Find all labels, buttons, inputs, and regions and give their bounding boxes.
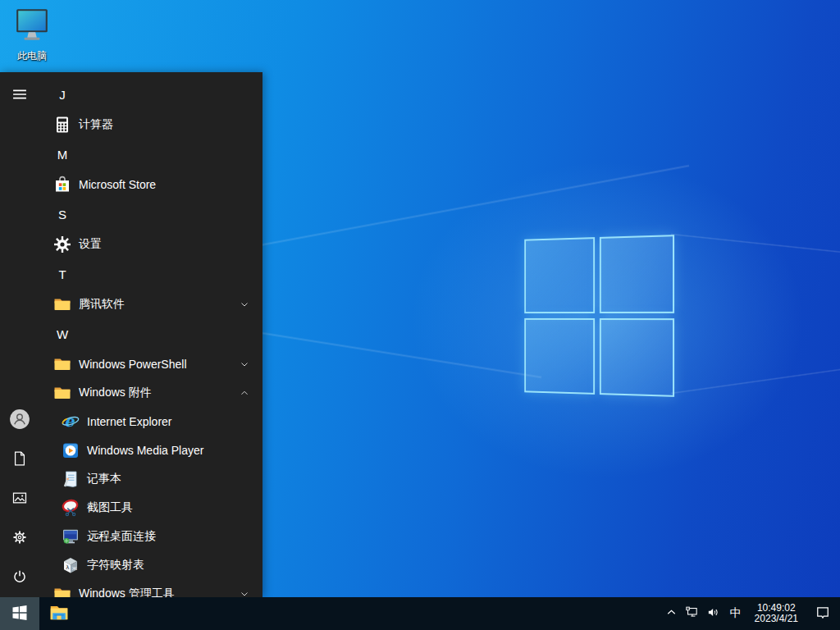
chevron-up-icon xyxy=(664,605,678,622)
start-item-windows-media-player[interactable]: Windows Media Player xyxy=(39,436,262,464)
volume-button[interactable] xyxy=(703,597,724,630)
snipping-icon xyxy=(61,498,80,518)
wmp-icon xyxy=(61,441,80,460)
action-center-icon xyxy=(815,605,831,623)
folder-icon xyxy=(52,584,72,598)
gear-outline-icon xyxy=(11,529,28,548)
folder-icon xyxy=(52,383,72,403)
expand-menu-button[interactable] xyxy=(0,75,39,115)
start-item-label: Windows 管理工具 xyxy=(79,587,175,598)
start-item-label: 设置 xyxy=(79,237,102,252)
section-letter: M xyxy=(52,148,72,162)
desktop-icon-label: 此电脑 xyxy=(17,49,47,63)
section-header-s[interactable]: S xyxy=(39,199,262,230)
calculator-icon xyxy=(52,115,72,135)
start-item-notepad[interactable]: 记事本 xyxy=(39,464,262,493)
action-center-button[interactable] xyxy=(806,597,840,630)
power-button[interactable] xyxy=(0,558,39,597)
chevron-up-icon[interactable] xyxy=(240,388,249,398)
folder-icon xyxy=(52,354,72,374)
user-account-button[interactable] xyxy=(0,400,39,440)
user-icon xyxy=(9,409,30,432)
start-item-label: Microsoft Store xyxy=(79,178,156,191)
clock-date: 2023/4/21 xyxy=(755,614,798,624)
system-tray: 中 10:49:02 2023/4/21 xyxy=(662,597,840,630)
pictures-button[interactable] xyxy=(0,479,39,518)
network-button[interactable] xyxy=(682,597,703,630)
file-explorer-button[interactable] xyxy=(39,597,79,630)
power-icon xyxy=(11,568,28,587)
file-explorer-icon xyxy=(48,602,70,626)
windows-logo-pane xyxy=(524,318,595,395)
start-item-calculator[interactable]: 计算器 xyxy=(39,110,262,139)
section-header-t[interactable]: T xyxy=(39,258,262,290)
section-header-j[interactable]: J xyxy=(39,79,262,110)
start-item-label: 记事本 xyxy=(87,472,121,486)
tray-overflow-button[interactable] xyxy=(662,597,682,630)
store-icon xyxy=(52,175,72,194)
section-letter: T xyxy=(52,267,72,281)
start-item-windows-powershell[interactable]: Windows PowerShell xyxy=(39,349,262,378)
section-header-w[interactable]: W xyxy=(39,318,262,349)
start-item-label: Windows Media Player xyxy=(87,444,203,457)
section-letter: W xyxy=(52,327,72,341)
start-item-label: 远程桌面连接 xyxy=(87,529,156,544)
windows-logo-pane xyxy=(600,318,674,397)
start-item-settings-app[interactable]: 设置 xyxy=(39,230,262,258)
speaker-icon xyxy=(706,605,720,622)
windows-logo-pane xyxy=(600,235,674,313)
start-item-remote-desktop[interactable]: 远程桌面连接 xyxy=(39,522,262,550)
svg-text:Ж: Ж xyxy=(72,566,77,571)
taskbar-pinned-apps xyxy=(39,597,79,630)
start-item-label: 计算器 xyxy=(79,117,113,132)
windows-start-icon xyxy=(10,603,30,625)
notepad-icon xyxy=(61,469,80,489)
start-item-label: Windows 附件 xyxy=(79,386,152,400)
chevron-down-icon[interactable] xyxy=(240,299,249,309)
start-item-label: 腾讯软件 xyxy=(79,297,125,312)
settings-button[interactable] xyxy=(0,518,39,558)
start-item-snipping-tool[interactable]: 截图工具 xyxy=(39,493,262,522)
section-letter: S xyxy=(52,208,72,221)
start-item-windows-admin-tools[interactable]: Windows 管理工具 xyxy=(39,579,262,597)
hamburger-icon xyxy=(11,86,28,105)
start-menu-rail xyxy=(0,72,39,597)
chevron-down-icon[interactable] xyxy=(240,359,249,369)
start-menu: J计算器MMicrosoft StoreS设置T腾讯软件WWindows Pow… xyxy=(0,72,262,597)
chevron-down-icon[interactable] xyxy=(240,589,249,598)
start-item-label: 截图工具 xyxy=(87,500,133,515)
start-menu-app-list: J计算器MMicrosoft StoreS设置T腾讯软件WWindows Pow… xyxy=(39,72,262,597)
section-letter: J xyxy=(52,88,72,102)
taskbar: 中 10:49:02 2023/4/21 xyxy=(0,597,840,630)
rdp-icon xyxy=(61,527,80,546)
windows-logo-pane xyxy=(524,237,595,313)
start-item-label: 字符映射表 xyxy=(87,558,144,573)
this-pc-icon xyxy=(11,7,53,48)
gear-icon xyxy=(52,235,72,254)
start-item-label: Windows PowerShell xyxy=(79,358,187,371)
folder-icon xyxy=(52,294,72,314)
document-icon xyxy=(11,450,28,469)
documents-button[interactable] xyxy=(0,440,39,479)
taskbar-clock[interactable]: 10:49:02 2023/4/21 xyxy=(747,597,806,630)
pictures-icon xyxy=(11,490,28,509)
start-item-character-map[interactable]: λЖ字符映射表 xyxy=(39,550,262,579)
ethernet-network-icon xyxy=(685,605,699,622)
charmap-icon: λЖ xyxy=(61,555,80,575)
start-item-tencent-software[interactable]: 腾讯软件 xyxy=(39,290,262,318)
ie-icon: e xyxy=(61,412,80,431)
start-item-windows-accessories[interactable]: Windows 附件 xyxy=(39,378,262,407)
start-button[interactable] xyxy=(0,597,39,630)
svg-text:e: e xyxy=(64,412,75,430)
ime-indicator[interactable]: 中 xyxy=(724,597,747,630)
start-item-label: Internet Explorer xyxy=(87,415,172,428)
desktop-icon-this-pc[interactable]: 此电脑 xyxy=(5,7,59,63)
svg-text:λ: λ xyxy=(66,564,69,571)
section-header-m[interactable]: M xyxy=(39,139,262,170)
windows-logo xyxy=(524,235,674,397)
start-item-microsoft-store[interactable]: Microsoft Store xyxy=(39,170,262,199)
start-item-internet-explorer[interactable]: eInternet Explorer xyxy=(39,407,262,436)
